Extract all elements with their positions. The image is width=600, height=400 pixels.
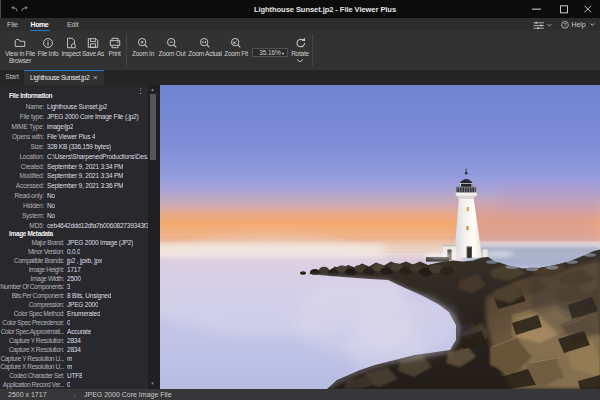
svg-text:?: ? <box>563 22 566 28</box>
svg-text:Help: Help <box>572 21 586 29</box>
